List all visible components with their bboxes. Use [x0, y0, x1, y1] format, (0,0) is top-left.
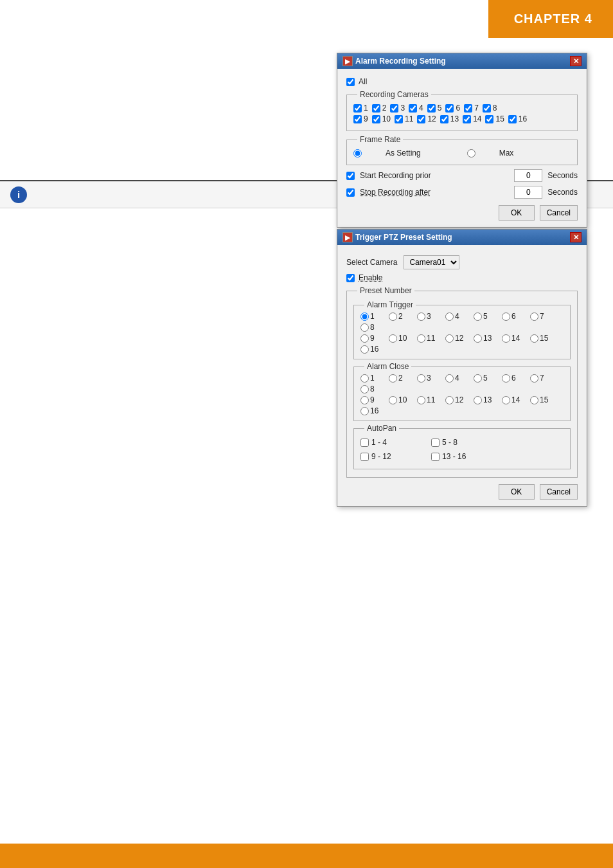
- atrig8[interactable]: [360, 323, 369, 332]
- alarm-close-row1: 1 2 3 4 5 6 7 8: [360, 374, 564, 393]
- aclose1[interactable]: [360, 374, 369, 383]
- autopan-1-4[interactable]: [360, 439, 369, 447]
- aclose2[interactable]: [389, 374, 397, 383]
- stop-seconds-label: Seconds: [547, 188, 578, 197]
- camera-select[interactable]: Camera01: [404, 255, 459, 269]
- autopan-legend: AutoPan: [364, 424, 399, 433]
- autopan-row1: 1 - 4 5 - 8: [360, 435, 564, 449]
- all-checkbox[interactable]: [346, 78, 355, 86]
- cam9-check[interactable]: [353, 115, 362, 123]
- ptz-ok-button[interactable]: OK: [499, 484, 535, 500]
- bottom-bar: [0, 844, 613, 868]
- alarm-dialog-title: Alarm Recording Setting: [355, 57, 446, 66]
- autopan-13-16[interactable]: [431, 453, 440, 461]
- as-setting-label: As Setting: [386, 149, 421, 158]
- recording-cameras-legend: Recording Cameras: [357, 90, 431, 99]
- alarm-dialog-titlebar: ▶ Alarm Recording Setting ✕: [337, 53, 587, 69]
- alarm-trigger-legend: Alarm Trigger: [364, 300, 416, 309]
- stop-recording-input[interactable]: [514, 186, 542, 199]
- aclose11[interactable]: [417, 396, 425, 404]
- atrig4[interactable]: [445, 312, 454, 321]
- cam8-check[interactable]: [483, 104, 491, 113]
- info-icon: i: [10, 186, 27, 203]
- max-radio[interactable]: [467, 149, 475, 158]
- autopan-group: AutoPan 1 - 4 5 - 8 9 - 12 13 - 16: [353, 424, 571, 469]
- autopan-row2: 9 - 12 13 - 16: [360, 449, 564, 464]
- aclose6[interactable]: [502, 374, 510, 383]
- alarm-close-legend: Alarm Close: [364, 362, 411, 371]
- alarm-dialog-icon: ▶: [342, 56, 353, 66]
- cam10-check[interactable]: [372, 115, 380, 123]
- alarm-cancel-button[interactable]: Cancel: [540, 205, 578, 221]
- cam4-check[interactable]: [409, 104, 417, 113]
- cam16-check[interactable]: [508, 115, 517, 123]
- aclose5[interactable]: [474, 374, 482, 383]
- enable-checkbox[interactable]: [346, 274, 355, 282]
- alarm-dialog-close[interactable]: ✕: [570, 56, 582, 66]
- stop-recording-checkbox[interactable]: [346, 188, 355, 197]
- alarm-trigger-row2: 9 10 11 12 13 14 15 16: [360, 334, 564, 354]
- chapter-header: CHAPTER 4: [488, 0, 613, 38]
- atrig16[interactable]: [360, 345, 369, 354]
- atrig15[interactable]: [530, 334, 538, 343]
- atrig10[interactable]: [389, 334, 397, 343]
- aclose12[interactable]: [445, 396, 454, 404]
- cam13-check[interactable]: [440, 115, 449, 123]
- alarm-ok-button[interactable]: OK: [499, 205, 535, 221]
- start-recording-row: Start Recording prior Seconds: [346, 169, 578, 182]
- aclose4[interactable]: [445, 374, 454, 383]
- atrig3[interactable]: [417, 312, 425, 321]
- atrig11[interactable]: [417, 334, 425, 343]
- cam11-check[interactable]: [395, 115, 403, 123]
- aclose3[interactable]: [417, 374, 425, 383]
- ptz-cancel-button[interactable]: Cancel: [540, 484, 578, 500]
- autopan-9-12[interactable]: [360, 453, 369, 461]
- aclose8[interactable]: [360, 385, 369, 393]
- ptz-dialog-title: Trigger PTZ Preset Setting: [355, 233, 452, 242]
- atrig12[interactable]: [445, 334, 454, 343]
- atrig7[interactable]: [530, 312, 538, 321]
- cam2-check[interactable]: [372, 104, 380, 113]
- max-label: Max: [499, 149, 514, 158]
- autopan-5-8[interactable]: [431, 439, 440, 447]
- cam7-check[interactable]: [464, 104, 472, 113]
- atrig13[interactable]: [474, 334, 482, 343]
- atrig6[interactable]: [502, 312, 510, 321]
- cam5-check[interactable]: [427, 104, 436, 113]
- start-seconds-label: Seconds: [547, 171, 578, 180]
- aclose15[interactable]: [530, 396, 538, 404]
- aclose16[interactable]: [360, 407, 369, 415]
- ptz-dialog: ▶ Trigger PTZ Preset Setting ✕ Select Ca…: [337, 229, 587, 507]
- enable-label: Enable: [359, 273, 382, 282]
- atrig5[interactable]: [474, 312, 482, 321]
- atrig2[interactable]: [389, 312, 397, 321]
- select-camera-row: Select Camera Camera01: [346, 255, 578, 269]
- aclose14[interactable]: [502, 396, 510, 404]
- ptz-dialog-close[interactable]: ✕: [570, 232, 582, 242]
- stop-recording-row: Stop Recording after Seconds: [346, 186, 578, 199]
- alarm-recording-dialog: ▶ Alarm Recording Setting ✕ All Recordin…: [337, 53, 587, 228]
- ptz-dialog-buttons: OK Cancel: [346, 484, 578, 500]
- cam6-check[interactable]: [445, 104, 454, 113]
- aclose10[interactable]: [389, 396, 397, 404]
- frame-rate-group: Frame Rate As Setting Max: [346, 135, 578, 165]
- atrig9[interactable]: [360, 334, 369, 343]
- as-setting-radio[interactable]: [353, 149, 362, 158]
- cam1-check[interactable]: [353, 104, 362, 113]
- atrig1[interactable]: [360, 312, 369, 321]
- alarm-dialog-buttons: OK Cancel: [346, 205, 578, 221]
- aclose9[interactable]: [360, 396, 369, 404]
- cam12-check[interactable]: [417, 115, 425, 123]
- aclose13[interactable]: [474, 396, 482, 404]
- aclose7[interactable]: [530, 374, 538, 383]
- atrig14[interactable]: [502, 334, 510, 343]
- cam15-check[interactable]: [485, 115, 493, 123]
- start-recording-checkbox[interactable]: [346, 172, 355, 180]
- alarm-close-row2: 9 10 11 12 13 14 15 16: [360, 395, 564, 415]
- all-label: All: [359, 77, 367, 86]
- preset-number-group: Preset Number Alarm Trigger 1 2 3 4 5 6 …: [346, 286, 578, 478]
- cam14-check[interactable]: [463, 115, 471, 123]
- start-recording-input[interactable]: [514, 169, 542, 182]
- ptz-dialog-titlebar: ▶ Trigger PTZ Preset Setting ✕: [337, 230, 587, 245]
- cam3-check[interactable]: [390, 104, 398, 113]
